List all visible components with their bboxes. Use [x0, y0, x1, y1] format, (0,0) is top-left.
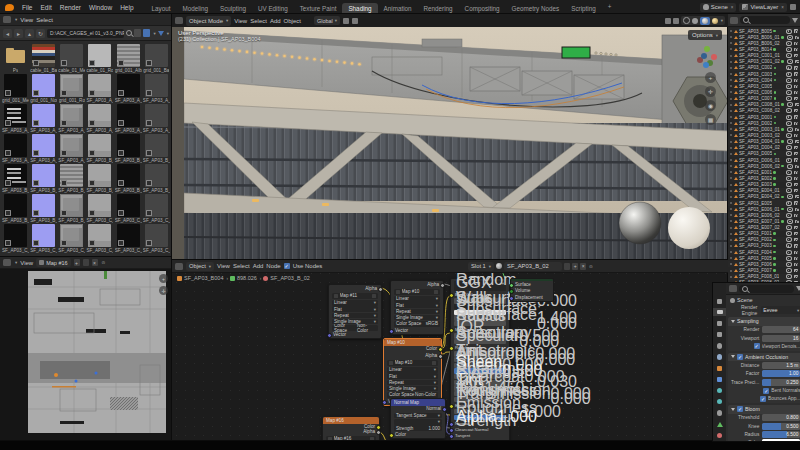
hide-viewport-toggle[interactable] [787, 164, 794, 169]
outliner-item[interactable]: SF_AP03_B014 [728, 46, 800, 52]
browse-image-icon[interactable] [434, 290, 438, 295]
perspective-toggle-icon[interactable]: ▦ [705, 114, 716, 125]
browse-image-icon[interactable] [432, 361, 436, 366]
hide-viewport-toggle[interactable] [787, 127, 794, 132]
hide-render-toggle[interactable] [794, 232, 799, 235]
file-thumbnail[interactable]: SF_AP03_B_0 [115, 134, 142, 163]
filter-icon[interactable] [792, 18, 798, 23]
snap-icon[interactable] [343, 18, 349, 24]
node-dropdown[interactable]: Flat▾ [387, 373, 438, 379]
hide-viewport-toggle[interactable] [786, 65, 793, 70]
axis-x-dot[interactable] [711, 54, 717, 60]
property-row[interactable]: Radius6.500 [728, 430, 800, 438]
hide-render-toggle[interactable] [795, 140, 800, 143]
hide-render-toggle[interactable] [795, 36, 800, 39]
hide-viewport-toggle[interactable] [786, 53, 793, 58]
node-normal-map[interactable]: Normal Map Normal Tangent Space▾ ▾ Stren… [390, 398, 446, 439]
menu-edit[interactable]: Edit [36, 4, 55, 11]
filter-icon[interactable] [158, 31, 164, 36]
hide-viewport-toggle[interactable] [786, 47, 793, 52]
hide-render-toggle[interactable] [794, 238, 799, 241]
open-image-button[interactable] [83, 259, 89, 266]
file-thumbnail[interactable]: cable_01_Ba [30, 44, 57, 73]
space-dropdown[interactable]: Tangent Space▾ [394, 413, 442, 419]
hide-viewport-toggle[interactable] [786, 176, 793, 181]
file-thumbnail[interactable]: SF_AP03_A_0 [30, 134, 57, 163]
hide-viewport-toggle[interactable] [786, 90, 793, 95]
slot-selector[interactable]: Slot 1▾ [468, 262, 494, 271]
object-menu[interactable]: Object [284, 18, 301, 24]
file-thumbnail[interactable]: cable_01_Ro [86, 44, 113, 73]
file-browser-select-menu[interactable]: Select [36, 17, 53, 23]
node-view-menu[interactable]: View [217, 263, 230, 269]
hide-render-toggle[interactable] [794, 146, 799, 149]
property-row[interactable]: Render64 [728, 326, 800, 334]
properties-tab-physics[interactable] [713, 398, 726, 406]
bsdf-slider[interactable]: Alpha1.000 [454, 415, 506, 420]
node-image-texture[interactable]: Map #16 Color Alpha Map #16 Linear▾ [322, 416, 380, 441]
node-principled-bsdf[interactable]: GGX▾Random Walk▾Base ColorSubsurface0.00… [450, 278, 510, 441]
file-thumbnail[interactable]: SF_AP03_B_0 [2, 194, 29, 223]
move-icon[interactable]: ✛ [159, 286, 168, 295]
outliner-item[interactable]: SF_AP03_E006_01 [728, 206, 800, 212]
node-dropdown[interactable]: Linear▾ [332, 300, 378, 306]
pin-icon[interactable]: ⊙ [102, 260, 106, 265]
hide-viewport-toggle[interactable] [786, 182, 793, 187]
use-nodes-checkbox[interactable]: ✓ [284, 263, 290, 269]
file-thumbnail[interactable]: SF_AP03_C_0 [143, 224, 170, 253]
file-thumbnail[interactable]: grid_001_Me [2, 74, 29, 103]
node-image-texture-selected[interactable]: Map #10 Color Alpha Map #10 Linear▾Flat▾… [383, 338, 442, 406]
add-workspace-button[interactable]: + [602, 1, 618, 13]
hide-viewport-toggle[interactable] [787, 139, 794, 144]
shader-type-selector[interactable]: Object▾ [186, 262, 214, 271]
outliner-item[interactable]: SF_AP03_E004_01 [728, 188, 800, 194]
axis-z-neg-dot[interactable] [701, 53, 707, 59]
file-thumbnail[interactable]: SF_AP03_A_0 [86, 104, 113, 133]
outliner-item[interactable]: SF_AP03_C005 [728, 83, 800, 89]
outliner-item[interactable]: SF_AP03_B005 [728, 28, 800, 34]
property-row[interactable]: Knee0.500 [728, 422, 800, 430]
hide-viewport-toggle[interactable] [787, 219, 794, 224]
workspace-tab-layout[interactable]: Layout [146, 3, 177, 15]
hide-viewport-toggle[interactable] [786, 158, 793, 163]
workspace-tab-uv-editing[interactable]: UV Editing [252, 3, 294, 15]
filter-icon[interactable] [796, 286, 800, 291]
hide-render-toggle[interactable] [795, 103, 800, 106]
property-row[interactable]: Factor1.00 [728, 370, 800, 378]
hide-render-toggle[interactable] [794, 244, 799, 247]
property-value[interactable]: 0.800 [762, 414, 800, 421]
file-thumbnail[interactable]: SF_AP03_A_0 [58, 104, 85, 133]
properties-tab-output[interactable] [713, 319, 726, 327]
property-value[interactable]: 0.500 [762, 423, 800, 430]
outliner-item[interactable]: SF_AP03_E006_02 [728, 212, 800, 218]
color-space-row[interactable]: Color SpaceNon-Color [387, 392, 438, 398]
outliner-item[interactable]: SF_AP03_F006 [728, 261, 800, 267]
path-field[interactable]: D:\ACK_CAGES_el 01_v3.0_PNR [47, 29, 124, 38]
select-menu[interactable]: Select [250, 18, 267, 24]
alpha-output-socket[interactable] [438, 354, 443, 359]
outliner-item[interactable]: SF_AP03_D001 [728, 114, 800, 120]
workspace-tab-animation[interactable]: Animation [378, 3, 418, 15]
display-mode-list[interactable] [134, 29, 141, 37]
hide-viewport-toggle[interactable] [786, 201, 793, 206]
hide-render-toggle[interactable] [794, 257, 799, 260]
node-dropdown[interactable]: Linear▾ [394, 296, 440, 302]
file-thumbnail[interactable]: SF_AP03_C_0 [2, 224, 29, 253]
move-view-icon[interactable]: ✛ [705, 86, 716, 97]
file-thumbnail[interactable]: SF_AP03_A_0 [115, 74, 142, 103]
hide-viewport-toggle[interactable] [786, 151, 793, 156]
viewlayer-selector[interactable]: ViewLayer × [739, 3, 787, 12]
file-thumbnail[interactable]: SF_AP03_B_0 [86, 164, 113, 193]
outliner-item[interactable]: SF_AP03_D004_02 [728, 145, 800, 151]
hide-render-toggle[interactable] [794, 48, 799, 51]
hide-render-toggle[interactable] [794, 251, 799, 254]
node-dropdown[interactable]: Repeat▾ [332, 313, 378, 319]
input-socket[interactable] [449, 434, 454, 439]
transform-orientation[interactable]: Global▾ [314, 16, 340, 25]
unlink-image-button[interactable]: × [92, 259, 98, 266]
unlink-material-button[interactable]: × [580, 263, 586, 270]
file-thumbnail[interactable]: grid_001_Ba [143, 44, 170, 73]
outliner-item[interactable]: SF_AP03_C006 [728, 89, 800, 95]
property-check-row[interactable]: ✓Bounces App... [728, 395, 800, 403]
outliner-item[interactable]: SF_AP03_F008_01 [728, 274, 800, 280]
